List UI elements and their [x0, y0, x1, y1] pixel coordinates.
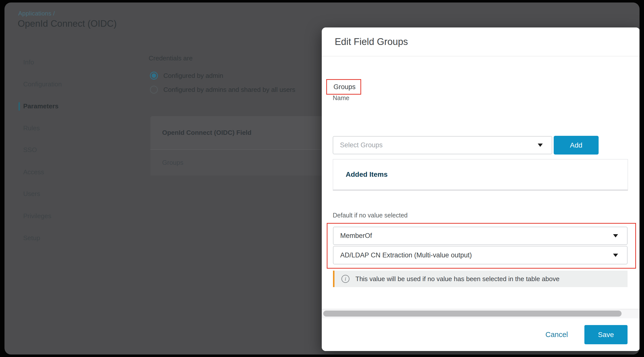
sidebar-item-rules[interactable]: Rules: [23, 124, 40, 132]
default-value-label: Default if no value selected: [333, 212, 408, 219]
modal-header: Edit Field Groups: [322, 28, 640, 57]
radio-selected-icon: [150, 72, 158, 80]
horizontal-scrollbar-thumb[interactable]: [323, 310, 622, 316]
sidebar-item-parameters[interactable]: Parameters: [23, 102, 58, 110]
chevron-down-icon: [613, 234, 618, 237]
page-title: OpenId Connect (OIDC): [18, 19, 117, 29]
info-note-text: This value will be used if no value has …: [356, 275, 560, 283]
radio-label: Configured by admin: [163, 72, 223, 80]
info-icon: i: [342, 275, 350, 283]
table-row[interactable]: Groups: [150, 150, 322, 176]
breadcrumb[interactable]: Applications /: [18, 10, 55, 17]
radio-unselected-icon: [150, 86, 158, 94]
default-select-1-value: MemberOf: [340, 232, 613, 240]
field-table-header: OpenId Connect (OIDC) Field: [150, 116, 322, 150]
screen: Applications / OpenId Connect (OIDC) Inf…: [0, 0, 644, 357]
radio-configured-shared[interactable]: Configured by admins and shared by all u…: [150, 86, 295, 94]
field-table: OpenId Connect (OIDC) Field Groups: [150, 116, 322, 176]
app-window: Applications / OpenId Connect (OIDC) Inf…: [4, 3, 640, 354]
sidebar-item-sso[interactable]: SSO: [23, 146, 37, 154]
sidebar-item-privileges[interactable]: Privileges: [23, 212, 52, 220]
default-select-1[interactable]: MemberOf: [333, 227, 628, 245]
credentials-label: Credentials are: [149, 55, 192, 62]
radio-label: Configured by admins and shared by all u…: [163, 86, 295, 94]
sidebar-active-indicator: [18, 102, 20, 111]
sidebar-item-setup[interactable]: Setup: [23, 234, 40, 242]
modal-title: Edit Field Groups: [335, 37, 408, 47]
chevron-down-icon: [613, 254, 618, 257]
sidebar-item-access[interactable]: Access: [23, 168, 44, 176]
added-items-title: Added Items: [346, 171, 388, 179]
sidebar-item-users[interactable]: Users: [23, 189, 40, 198]
save-button[interactable]: Save: [584, 325, 628, 344]
add-button[interactable]: Add: [554, 136, 598, 155]
radio-configured-by-admin[interactable]: Configured by admin: [150, 72, 223, 80]
default-select-2-value: AD/LDAP CN Extraction (Multi-value outpu…: [340, 251, 613, 259]
sidebar-item-info[interactable]: Info: [23, 58, 34, 66]
edit-field-groups-modal: Edit Field Groups Name Groups Value Sele…: [322, 28, 640, 351]
horizontal-scrollbar-track: [322, 309, 640, 318]
modal-footer: Cancel Save: [322, 318, 640, 351]
default-select-2[interactable]: AD/LDAP CN Extraction (Multi-value outpu…: [333, 246, 628, 264]
added-items-panel: Added Items: [333, 159, 628, 191]
cancel-button[interactable]: Cancel: [546, 330, 568, 339]
name-field[interactable]: Groups: [326, 79, 361, 95]
info-note: i This value will be used if no value ha…: [333, 271, 628, 287]
value-select[interactable]: Select Groups: [333, 136, 552, 154]
sidebar-item-configuration[interactable]: Configuration: [23, 80, 62, 88]
name-label: Name: [333, 94, 350, 102]
chevron-down-icon: [538, 144, 543, 147]
value-select-placeholder: Select Groups: [340, 141, 538, 149]
